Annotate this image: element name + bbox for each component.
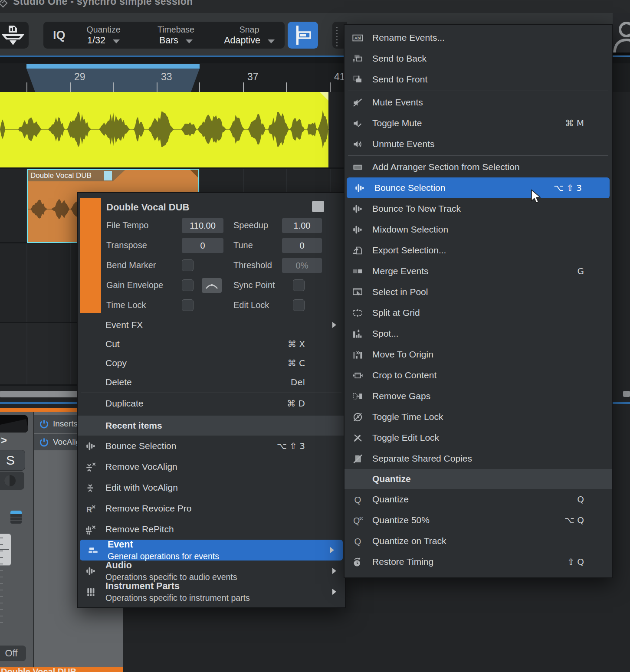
menu-item-bounce-selection[interactable]: Bounce Selection⌥ ⇧ 3 <box>78 436 345 456</box>
menu-item-mixdown-selection[interactable]: Mixdown Selection <box>345 219 612 240</box>
menu-item-bounce-to-new-track[interactable]: Bounce To New Track <box>345 198 612 219</box>
dropdown-timebase[interactable]: Timebase Bars <box>144 25 209 46</box>
menu-item-restore-timing[interactable]: Restore Timing⇧ Q <box>345 551 612 572</box>
checkbox-gain-envelope[interactable] <box>182 279 194 291</box>
track-header-strip: Double Vocal DUB <box>0 667 123 672</box>
menu-item-audio[interactable]: Audio Operations specific to audio event… <box>78 561 345 581</box>
dropdown-quantize[interactable]: Quantize 1/32 <box>67 25 140 46</box>
field-tune[interactable]: 0 <box>282 238 322 253</box>
menu-item-instrument-parts[interactable]: Instrument Parts Operations specific to … <box>78 581 345 602</box>
field-transpose[interactable]: 0 <box>182 238 223 253</box>
iq-label: IQ <box>53 29 66 42</box>
window-title: Studio One - synchro simple session <box>13 0 193 7</box>
menu-item-edit-with-vocalign[interactable]: Edit with VocAlign <box>78 477 345 498</box>
power-icon[interactable] <box>39 437 49 448</box>
menu-item-label: Bounce Selection <box>374 183 445 193</box>
menu-item-spot[interactable]: Spot... <box>345 323 612 344</box>
crop-icon <box>351 370 364 381</box>
fader-scale-tick <box>0 609 3 610</box>
field-threshold[interactable]: 0% <box>282 258 322 273</box>
field-label-edit-lock: Edit Lock <box>233 300 269 310</box>
menu-item-label: Copy <box>105 358 127 368</box>
menu-item-quantize-50[interactable]: Q50Quantize 50%⌥ Q <box>345 510 612 531</box>
horizontal-scrollbar-end[interactable] <box>623 391 630 397</box>
menu-item-label: Unmute Events <box>372 139 435 149</box>
menu-item-move-to-origin[interactable]: Move To Origin <box>345 344 612 365</box>
menu-item-duplicate[interactable]: Duplicate⌘ D <box>78 394 345 413</box>
menu-item-delete[interactable]: DeleteDel <box>78 373 345 392</box>
mini-fader[interactable] <box>10 511 22 524</box>
autoscroll-button[interactable] <box>288 22 318 49</box>
checkbox-sync-point[interactable] <box>293 279 305 291</box>
expand-chevron-icon[interactable]: > <box>1 434 7 446</box>
menu-item-select-in-pool[interactable]: Select in Pool <box>345 282 612 302</box>
inspector-title: Double Vocal DUB <box>106 202 190 213</box>
menu-item-separate-shared-copies[interactable]: Separate Shared Copies <box>345 448 612 469</box>
shortcut-label: ⇧ Q <box>567 557 584 567</box>
dropdown-label: Quantize <box>67 25 140 34</box>
shortcut-label: Del <box>291 377 305 387</box>
gain-envelope-curve-button[interactable] <box>202 278 222 293</box>
solo-button[interactable]: S <box>0 450 25 471</box>
checkbox-bend-marker[interactable] <box>182 259 194 271</box>
waveform-icon <box>351 203 364 214</box>
menu-item-remove-revoice-pro[interactable]: RRemove Revoice Pro <box>78 498 345 519</box>
monitor-off-button[interactable]: Off <box>0 646 26 661</box>
checkbox-edit-lock[interactable] <box>293 299 305 311</box>
menu-item-label: Bounce Selection <box>105 441 176 451</box>
power-icon[interactable] <box>39 419 49 429</box>
menu-item-quantize[interactable]: QQuantizeQ <box>345 489 612 510</box>
menu-item-unmute-events[interactable]: Unmute Events <box>345 134 612 154</box>
menu-item-send-to-front[interactable]: Send to Front <box>345 69 612 90</box>
event-color-strip <box>80 198 101 313</box>
curve-icon <box>204 281 219 290</box>
event-corner-fold <box>190 170 198 178</box>
menu-item-label: Duplicate <box>105 398 144 409</box>
pan-button[interactable] <box>0 472 24 490</box>
menu-item-send-to-back[interactable]: Send to Back <box>345 48 612 69</box>
menu-item-label: Select in Pool <box>372 287 428 297</box>
field-file-tempo[interactable]: 110.00 <box>182 218 223 233</box>
menu-item-remove-gaps[interactable]: Remove Gaps <box>345 386 612 406</box>
menu-item-label: Split at Grid <box>372 308 420 318</box>
menu-item-toggle-mute[interactable]: Toggle Mute⌘ M <box>345 113 612 134</box>
channel-strip: > S Off <box>0 412 33 667</box>
menu-header-recent-items: Recent items <box>78 416 345 436</box>
waveform-icon <box>353 183 366 193</box>
paint-tool-button[interactable] <box>0 22 29 49</box>
menu-item-bounce-selection[interactable]: Bounce Selection⌥ ⇧ 3 <box>347 177 610 198</box>
menu-item-event-fx[interactable]: Event FX <box>78 315 345 334</box>
menu-item-quantize-on-track[interactable]: QQuantize on Track <box>345 531 612 551</box>
menu-item-toggle-time-lock[interactable]: Toggle Time Lock <box>345 406 612 427</box>
menu-item-add-arranger-section-from-selection[interactable]: Add Arranger Section from Selection <box>345 157 612 177</box>
menu-item-remove-repitch[interactable]: Remove RePitch <box>78 519 345 540</box>
menu-item-label: Send to Back <box>372 53 427 64</box>
chevron-down-icon <box>186 39 193 43</box>
menu-item-mute-events[interactable]: Mute Events <box>345 92 612 113</box>
dropdown-snap[interactable]: Snap Adaptive <box>212 25 287 46</box>
menu-item-copy[interactable]: Copy⌘ C <box>78 354 345 373</box>
grip-dots-icon <box>336 27 338 46</box>
event-color-button[interactable] <box>312 201 324 212</box>
menu-item-crop-to-content[interactable]: Crop to Content <box>345 365 612 386</box>
menu-item-subtitle: Operations specific to instrument parts <box>105 593 250 603</box>
loop-range-bar[interactable] <box>26 64 200 69</box>
checkbox-time-lock[interactable] <box>182 299 194 311</box>
menu-item-label: Separate Shared Copies <box>372 453 472 464</box>
user-account-icon[interactable] <box>612 20 630 56</box>
menu-item-split-at-grid[interactable]: Split at Grid <box>345 302 612 323</box>
shared-icon <box>351 453 364 464</box>
menu-item-cut[interactable]: Cut⌘ X <box>78 334 345 354</box>
menu-item-rename-events[interactable]: AblRename Events... <box>345 27 612 48</box>
unmute-icon <box>351 139 364 150</box>
menu-item-merge-events[interactable]: Merge EventsG <box>345 261 612 282</box>
menu-item-remove-vocalign[interactable]: Remove VocAlign <box>78 456 345 477</box>
audio-event-yellow[interactable] <box>0 92 328 167</box>
svg-text:R: R <box>86 505 92 514</box>
menu-item-event[interactable]: Event General operations for events <box>80 540 343 561</box>
field-speedup[interactable]: 1.00 <box>282 218 322 233</box>
menu-item-toggle-edit-lock[interactable]: Toggle Edit Lock <box>345 427 612 448</box>
fader-handle[interactable] <box>0 534 11 566</box>
menu-item-export-selection[interactable]: Export Selection... <box>345 240 612 261</box>
channel-display <box>0 415 28 433</box>
